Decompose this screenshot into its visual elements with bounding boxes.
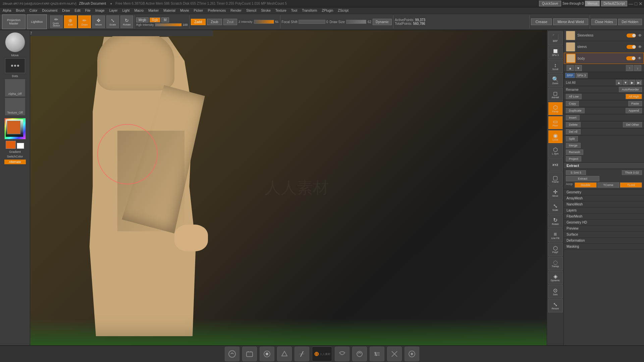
list-arrow-down[interactable]: ▼ [623, 80, 629, 85]
brp-nav-button[interactable]: BRP [565, 73, 575, 78]
menu-zscript[interactable]: ZScript [336, 8, 350, 13]
texture-preview[interactable]: Texture_Off [5, 98, 25, 115]
zadd-button[interactable]: Zadd [191, 19, 206, 25]
subtool-toggle-body[interactable] [626, 56, 636, 60]
stroke-preview[interactable] [5, 58, 25, 73]
nav-solo-button[interactable]: ⊙ Solo [548, 285, 563, 298]
menu-marker[interactable]: Marker [147, 8, 160, 13]
subtool-eye-sleeveless[interactable]: 👁 [638, 33, 642, 38]
geometryhd-item[interactable]: Geometry HD [564, 220, 644, 226]
nav-linefill-button[interactable]: ≡ Line Fill [548, 229, 563, 242]
menu-movie[interactable]: Movie [179, 8, 191, 13]
zsub-button[interactable]: Zsub [207, 19, 222, 25]
menu-brush[interactable]: Brush [15, 8, 26, 13]
del-all-button[interactable]: Del All [566, 129, 581, 134]
masking-item[interactable]: Masking [564, 244, 644, 250]
subtool-eye-sleevs[interactable]: 👁 [638, 45, 642, 49]
merge-button[interactable]: Merge [566, 143, 581, 148]
remesh-button[interactable]: Remesh [566, 149, 583, 155]
autoreorder-button[interactable]: AutoReorder [619, 87, 642, 92]
nav-persp-button[interactable]: ⬡ Persp [548, 102, 563, 115]
bottom-tool-7[interactable] [352, 347, 367, 361]
menu-draw[interactable]: Draw [61, 8, 71, 13]
menu-image[interactable]: Image [94, 8, 106, 13]
deformation-item[interactable]: Deformation [564, 238, 644, 244]
project-button[interactable]: Project [566, 156, 581, 162]
del-other-button[interactable]: Del Other [623, 122, 642, 127]
menu-picker[interactable]: Picker [193, 8, 205, 13]
edit-button[interactable]: ⊕ Edit [64, 15, 77, 28]
menu-document[interactable]: Document [41, 8, 59, 13]
nav-polyf-button[interactable]: ⬡ PolyF [548, 243, 563, 256]
move-button[interactable]: ✥ Move [92, 15, 105, 28]
surface-item[interactable]: Surface [564, 232, 644, 238]
nav-move-button[interactable]: ✛ Move [548, 186, 563, 200]
append-button[interactable]: Append [626, 108, 642, 113]
s-smt-value[interactable]: S Smt 5 [566, 170, 586, 175]
main-color-swatch[interactable] [6, 141, 16, 149]
double-button[interactable]: Double [575, 182, 597, 188]
list-arrow-end[interactable]: ▶| [636, 80, 642, 85]
bottom-tool-1[interactable] [225, 347, 239, 361]
nav-xyz-button[interactable]: XYZ [548, 158, 563, 172]
bottom-tool-9[interactable] [387, 347, 402, 361]
preview-item[interactable]: Preview [564, 226, 644, 232]
split-button[interactable]: Split [566, 136, 578, 141]
menu-tool[interactable]: Tool [290, 8, 299, 13]
subtool-item-sleevs[interactable]: sleevs 👁 [564, 41, 644, 53]
extract-section-header[interactable]: Extract [564, 163, 644, 169]
menu-light[interactable]: Light [121, 8, 131, 13]
list-arrow-up[interactable]: ▲ [616, 80, 622, 85]
dynamic-button[interactable]: Dynamic [373, 19, 392, 25]
fibermesh-item[interactable]: FiberMesh [564, 214, 644, 220]
duplicate-button[interactable]: Duplicate [566, 108, 585, 113]
focal-shift-bar[interactable] [299, 20, 325, 24]
menu-zplugin[interactable]: ZPlugin [320, 8, 334, 13]
menu-render[interactable]: Render [229, 8, 243, 13]
bottom-tool-6[interactable] [335, 347, 350, 361]
lightbox-button[interactable]: LightBox [27, 14, 47, 29]
color-picker-area[interactable] [4, 118, 26, 139]
rgb-button[interactable]: Rgb [150, 17, 160, 22]
nav-brp-button[interactable]: ⬛ BRP [548, 32, 563, 45]
window-controls[interactable]: — □ ✕ [629, 1, 643, 6]
draw-size-bar[interactable] [346, 20, 366, 24]
nav-dynamic-button[interactable]: ◈ Dynamic [548, 271, 563, 284]
quicksave-button[interactable]: QuickSave [539, 1, 561, 6]
bottom-tool-5[interactable] [294, 347, 309, 361]
nav-transp-button[interactable]: ◌ Transp [548, 257, 563, 270]
tcorne-button[interactable]: TCorne [597, 182, 620, 188]
subtool-toggle-sleeveless[interactable] [627, 34, 636, 38]
list-arrow-right[interactable]: ▶ [629, 80, 635, 85]
menus-button[interactable]: Menus [585, 1, 600, 6]
nav-scale-button[interactable]: ⤡ Scale [548, 200, 563, 214]
menu-macro[interactable]: Macro [133, 8, 145, 13]
insert-button[interactable]: Insert [566, 115, 580, 120]
copy-button[interactable]: Copy [566, 101, 579, 106]
projection-master-button[interactable]: ProjectionMaster [2, 14, 25, 29]
bottom-tool-4[interactable] [277, 347, 292, 361]
menu-stencil[interactable]: Stencil [245, 8, 258, 13]
menu-stroke[interactable]: Stroke [260, 8, 272, 13]
alpha-preview[interactable]: Alpha_Off [5, 79, 25, 97]
brush-preview[interactable] [5, 32, 25, 52]
scroll-down-button[interactable]: ▼ [575, 65, 582, 71]
all-high-button[interactable]: All High [626, 94, 642, 99]
subtool-item-sleeveless[interactable]: Sleeveless 👁 [564, 30, 644, 41]
del-hidden-button[interactable]: Del Hidden [618, 19, 642, 25]
draw-button[interactable]: ✏ Draw [78, 15, 91, 28]
menu-file[interactable]: File [84, 8, 92, 13]
menu-document[interactable]: ZBrush Document [77, 1, 108, 6]
extract-button[interactable]: Extract [566, 176, 599, 181]
nav-resize-button[interactable]: ⤡ Resize [548, 299, 563, 312]
quick-sketch-button[interactable]: ✏ QuickSketch [50, 15, 63, 28]
m-button[interactable]: M [161, 17, 169, 22]
rgb-intensity-bar[interactable] [155, 23, 182, 26]
nav-floor-button[interactable]: ▭ Floor [548, 116, 563, 129]
bottom-tool-10[interactable] [405, 347, 419, 361]
move-up-button[interactable]: ↑ [626, 65, 633, 71]
thick-value[interactable]: Thick 0.02 [622, 170, 642, 175]
rotate-button[interactable]: ↻ Rotate [120, 15, 133, 28]
nav-spix-button[interactable]: 🔲 SPix 3 [548, 46, 563, 59]
nav-rotate-button[interactable]: ↻ Rotate [548, 215, 563, 228]
